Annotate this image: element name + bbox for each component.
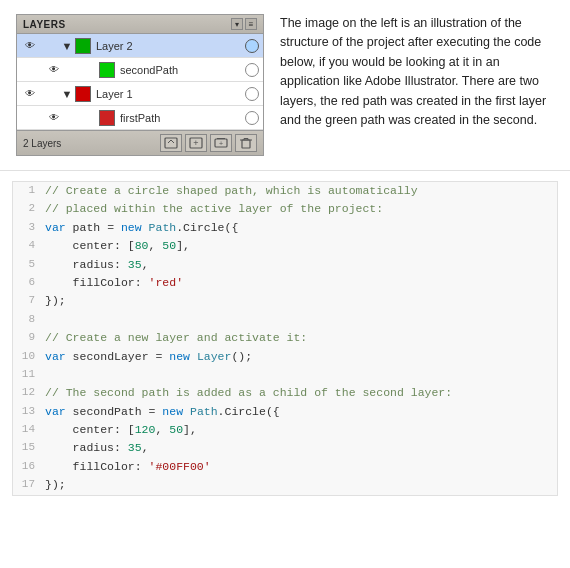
code-line-8: 8	[13, 311, 557, 329]
code-token: new	[169, 350, 190, 363]
code-token	[142, 221, 149, 234]
layer-row-layer1[interactable]: 👁 ▼ Layer 1	[17, 82, 263, 106]
layer-row-layer2[interactable]: 👁 ▼ Layer 2	[17, 34, 263, 58]
code-token: secondPath	[66, 405, 149, 418]
code-token: '#00FF00'	[149, 460, 211, 473]
line-number: 11	[13, 366, 41, 384]
panel-menu-btn[interactable]: ≡	[245, 18, 257, 30]
line-number: 3	[13, 219, 41, 237]
code-token: fillColor:	[45, 460, 149, 473]
line-number: 6	[13, 274, 41, 292]
eye-icon-layer1[interactable]: 👁	[21, 85, 39, 103]
lock-icon-secondpath	[65, 61, 83, 79]
line-number: 1	[13, 182, 41, 200]
line-number: 9	[13, 329, 41, 347]
target-secondpath[interactable]	[245, 63, 259, 77]
lock-icon-firstpath	[65, 109, 83, 127]
panel-footer: 2 Layers + +	[17, 130, 263, 155]
line-content	[41, 366, 557, 384]
line-number: 5	[13, 256, 41, 274]
code-token: var	[45, 221, 66, 234]
code-line-5: 5 radius: 35,	[13, 256, 557, 274]
eye-icon-layer2[interactable]: 👁	[21, 37, 39, 55]
code-token: Path	[149, 221, 177, 234]
code-token: Layer	[197, 350, 232, 363]
code-token: 80	[135, 239, 149, 252]
new-layer-btn[interactable]: +	[210, 134, 232, 152]
layer-row-firstpath[interactable]: 👁 firstPath	[17, 106, 263, 130]
delete-layer-btn[interactable]	[235, 134, 257, 152]
code-token: secondLayer	[66, 350, 156, 363]
code-line-4: 4 center: [80, 50],	[13, 237, 557, 255]
code-token: path	[66, 221, 107, 234]
code-token: .Circle({	[176, 221, 238, 234]
target-layer2[interactable]	[245, 39, 259, 53]
color-swatch-secondpath	[99, 62, 115, 78]
triangle-layer1[interactable]: ▼	[61, 88, 73, 100]
code-token: ,	[155, 423, 169, 436]
target-firstpath[interactable]	[245, 111, 259, 125]
code-line-15: 15 radius: 35,	[13, 439, 557, 457]
code-token: center: [	[45, 239, 135, 252]
line-content: center: [80, 50],	[41, 237, 557, 255]
line-number: 4	[13, 237, 41, 255]
code-token: radius:	[45, 258, 128, 271]
secondpath-name: secondPath	[117, 64, 243, 76]
code-token: new	[162, 405, 183, 418]
code-line-16: 16 fillColor: '#00FF00'	[13, 458, 557, 476]
firstpath-name: firstPath	[117, 112, 243, 124]
line-content: radius: 35,	[41, 256, 557, 274]
code-line-6: 6 fillColor: 'red'	[13, 274, 557, 292]
code-token: =	[155, 350, 169, 363]
code-token: =	[107, 221, 121, 234]
code-section: 1// Create a circle shaped path, which i…	[12, 181, 558, 496]
line-number: 14	[13, 421, 41, 439]
line-number: 10	[13, 348, 41, 366]
triangle-layer2[interactable]: ▼	[61, 40, 73, 52]
code-token	[183, 405, 190, 418]
code-token: radius:	[45, 441, 128, 454]
panel-collapse-btn[interactable]: ▾	[231, 18, 243, 30]
line-content: var path = new Path.Circle({	[41, 219, 557, 237]
make-comp-btn[interactable]	[160, 134, 182, 152]
new-sublayer-btn[interactable]: +	[185, 134, 207, 152]
code-token: // placed within the active layer of the…	[45, 202, 383, 215]
line-content	[41, 311, 557, 329]
color-swatch-layer2	[75, 38, 91, 54]
code-line-13: 13var secondPath = new Path.Circle({	[13, 403, 557, 421]
code-token: var	[45, 405, 66, 418]
code-token: .Circle({	[218, 405, 280, 418]
code-token: fillColor:	[45, 276, 149, 289]
code-token: 50	[162, 239, 176, 252]
layers-panel: LAYERS ▾ ≡ 👁 ▼ Layer 2 👁 secondPath	[16, 14, 264, 156]
code-line-7: 7});	[13, 292, 557, 310]
layer-rows: 👁 ▼ Layer 2 👁 secondPath 👁 ▼	[17, 34, 263, 130]
code-token: // The second path is added as a child o…	[45, 386, 452, 399]
color-swatch-layer1	[75, 86, 91, 102]
line-number: 2	[13, 200, 41, 218]
footer-buttons: + +	[160, 134, 257, 152]
code-token	[190, 350, 197, 363]
code-token: // Create a circle shaped path, which is…	[45, 184, 418, 197]
code-line-10: 10var secondLayer = new Layer();	[13, 348, 557, 366]
target-layer1[interactable]	[245, 87, 259, 101]
code-token: ,	[149, 239, 163, 252]
code-token: ,	[142, 258, 149, 271]
svg-text:+: +	[219, 140, 223, 147]
color-swatch-firstpath	[99, 110, 115, 126]
code-token: });	[45, 294, 66, 307]
line-content: });	[41, 476, 557, 494]
code-token: var	[45, 350, 66, 363]
eye-icon-firstpath[interactable]: 👁	[45, 109, 63, 127]
code-line-11: 11	[13, 366, 557, 384]
code-line-12: 12// The second path is added as a child…	[13, 384, 557, 402]
code-token: 35	[128, 258, 142, 271]
eye-icon-secondpath[interactable]: 👁	[45, 61, 63, 79]
line-number: 15	[13, 439, 41, 457]
code-token: 35	[128, 441, 142, 454]
code-token: ,	[142, 441, 149, 454]
line-content: var secondPath = new Path.Circle({	[41, 403, 557, 421]
layer-row-secondpath[interactable]: 👁 secondPath	[17, 58, 263, 82]
top-section: LAYERS ▾ ≡ 👁 ▼ Layer 2 👁 secondPath	[0, 0, 570, 170]
line-content: // Create a circle shaped path, which is…	[41, 182, 557, 200]
